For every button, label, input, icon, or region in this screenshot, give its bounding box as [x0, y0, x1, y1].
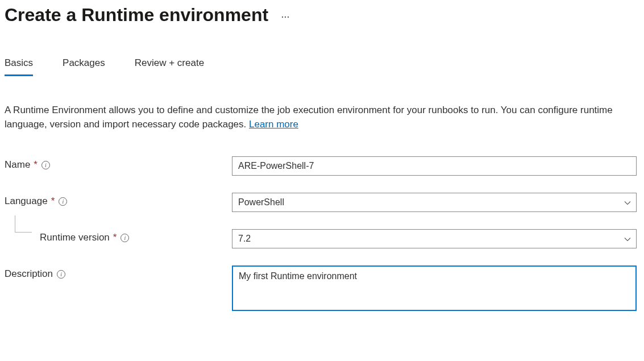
ellipsis-icon	[281, 10, 289, 20]
page-title: Create a Runtime environment	[5, 5, 268, 26]
description-label: Description	[5, 268, 53, 280]
required-indicator: *	[51, 196, 55, 207]
svg-point-2	[288, 16, 289, 17]
required-indicator: *	[34, 159, 38, 171]
language-select[interactable]	[232, 193, 637, 212]
runtime-version-select[interactable]	[232, 229, 637, 248]
language-label: Language	[5, 196, 48, 207]
tabs-container: Basics Packages Review + create	[5, 57, 639, 76]
info-icon[interactable]: i	[59, 197, 67, 206]
info-icon[interactable]: i	[57, 270, 65, 279]
svg-point-1	[285, 16, 286, 17]
tab-packages[interactable]: Packages	[63, 57, 105, 76]
description-textarea[interactable]	[232, 265, 637, 311]
tab-basics[interactable]: Basics	[5, 57, 33, 76]
more-actions-button[interactable]	[279, 9, 292, 22]
intro-text-block: A Runtime Environment allows you to defi…	[5, 103, 635, 131]
info-icon[interactable]: i	[41, 161, 50, 169]
required-indicator: *	[113, 232, 117, 243]
indent-connector	[15, 215, 32, 233]
tab-review-create[interactable]: Review + create	[135, 57, 204, 76]
svg-point-0	[282, 16, 283, 17]
name-label: Name	[5, 159, 30, 171]
learn-more-link[interactable]: Learn more	[249, 119, 298, 130]
info-icon[interactable]: i	[121, 234, 129, 242]
intro-text: A Runtime Environment allows you to defi…	[5, 105, 613, 130]
runtime-version-label: Runtime version	[40, 232, 110, 243]
name-input[interactable]	[232, 156, 637, 176]
